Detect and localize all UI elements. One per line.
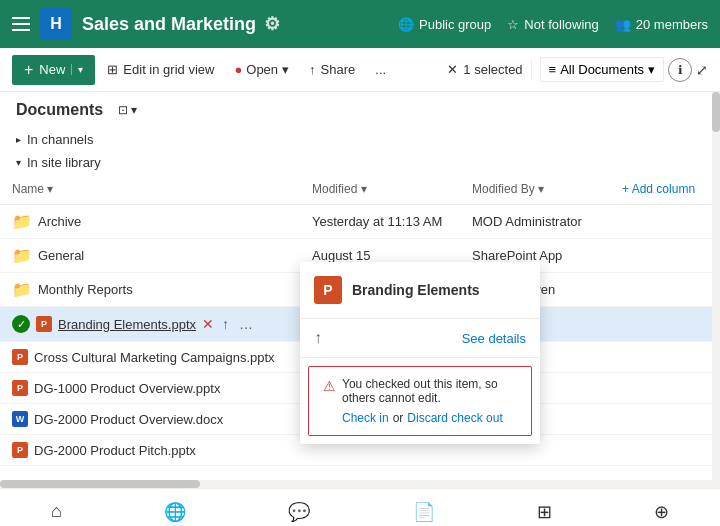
nav-globe[interactable]: 🌐 [144,495,206,527]
warning-icon: ⚠ [323,378,336,394]
home-icon: ⌂ [51,501,62,522]
file-icon: 📄 [413,501,435,523]
discard-checkout-link[interactable]: Discard check out [407,411,502,425]
grid-apps-icon: ⊞ [537,501,552,523]
globe-icon: 🌐 [164,501,186,523]
check-in-link[interactable]: Check in [342,411,389,425]
pptx-icon: P [36,316,52,332]
scrollbar-track[interactable] [712,92,720,480]
plus-circle-icon: ⊕ [654,501,669,523]
members-btn[interactable]: 👥 20 members [615,17,708,32]
file-name-link[interactable]: Branding Elements.pptx [58,317,196,332]
edit-grid-view-button[interactable]: ⊞ Edit in grid view [99,56,222,83]
in-channels-section[interactable]: ▸ In channels [0,128,720,151]
column-add[interactable]: + Add column [610,174,720,205]
settings-icon[interactable]: ⚙ [264,13,280,35]
share-row-button[interactable]: ↑ [220,314,231,334]
or-text: or [393,411,404,425]
chat-icon: 💬 [288,501,310,523]
expand-button[interactable]: ⤢ [696,62,708,78]
open-icon: ● [234,62,242,77]
folder-icon: 📁 [12,246,32,265]
cancel-icon[interactable]: ✕ [202,316,214,332]
more-row-button[interactable]: … [237,314,255,334]
open-button[interactable]: ● Open ▾ [226,56,297,83]
command-bar: + New ▾ ⊞ Edit in grid view ● Open ▾ ↑ S… [0,48,720,92]
popup-title: Branding Elements [352,282,480,298]
folder-icon: 📁 [12,280,32,299]
popup-warning: ⚠ You checked out this item, so others c… [308,366,532,436]
bottom-nav: ⌂ 🌐 💬 📄 ⊞ ⊕ [0,488,720,526]
nav-add[interactable]: ⊕ [634,495,689,527]
pptx-icon: P [12,349,28,365]
file-popup: P Branding Elements ↑ See details ⚠ You … [300,262,540,444]
file-name-link[interactable]: DG-1000 Product Overview.pptx [34,381,220,396]
popup-pptx-icon: P [314,276,342,304]
pptx-icon: P [12,380,28,396]
more-button[interactable]: ... [367,56,394,83]
horizontal-scrollbar[interactable] [0,480,720,488]
checkout-icon: ✓ [12,315,30,333]
grid-icon: ⊞ [107,62,118,77]
site-title: Sales and Marketing ⚙ [82,13,280,35]
horizontal-thumb[interactable] [0,480,200,488]
file-name-link[interactable]: Archive [38,214,81,229]
see-details-link[interactable]: See details [462,331,526,346]
popup-header: P Branding Elements [300,262,540,319]
content-area: Documents ⊡▾ ▸ In channels ▾ In site lib… [0,92,720,480]
modified-date: Yesterday at 11:13 AM [300,205,460,239]
nav-home[interactable]: ⌂ [31,495,82,526]
column-modified[interactable]: Modified ▾ [300,174,460,205]
not-following-btn[interactable]: ☆ Not following [507,17,598,32]
column-modified-by[interactable]: Modified By ▾ [460,174,610,205]
popup-share-icon: ↑ [314,329,322,347]
popup-details-row: ↑ See details [300,319,540,358]
folder-icon: 📁 [12,212,32,231]
pptx-icon: P [12,442,28,458]
modified-by: MOD Administrator [460,205,610,239]
all-docs-button[interactable]: ≡ All Documents ▾ [540,57,664,82]
file-name-link[interactable]: General [38,248,84,263]
column-name[interactable]: Name ▾ [0,174,300,205]
top-header: H Sales and Marketing ⚙ 🌐 Public group ☆… [0,0,720,48]
view-toggle-button[interactable]: ⊡▾ [111,100,144,120]
scrollbar-thumb[interactable] [712,92,720,132]
in-site-library-section[interactable]: ▾ In site library [0,151,720,174]
docx-icon: W [12,411,28,427]
warning-text: You checked out this item, so others can… [342,377,498,405]
public-group-label: 🌐 Public group [398,17,491,32]
selected-badge: ✕ 1 selected [447,62,522,77]
file-name-link[interactable]: DG-2000 Product Pitch.pptx [34,443,196,458]
file-name-link[interactable]: DG-2000 Product Overview.docx [34,412,223,427]
share-icon: ↑ [309,62,316,77]
info-button[interactable]: ℹ [668,58,692,82]
nav-apps[interactable]: ⊞ [517,495,572,527]
nav-files[interactable]: 📄 [393,495,455,527]
table-row: 📁 Archive Yesterday at 11:13 AM MOD Admi… [0,205,720,239]
hamburger-icon[interactable] [12,17,30,31]
nav-chat[interactable]: 💬 [268,495,330,527]
app-logo: H [40,8,72,40]
new-button[interactable]: + New ▾ [12,55,95,85]
file-name-link[interactable]: Monthly Reports [38,282,133,297]
file-name-link[interactable]: Cross Cultural Marketing Campaigns.pptx [34,350,275,365]
documents-header: Documents ⊡▾ [0,92,720,128]
share-button[interactable]: ↑ Share [301,56,363,83]
